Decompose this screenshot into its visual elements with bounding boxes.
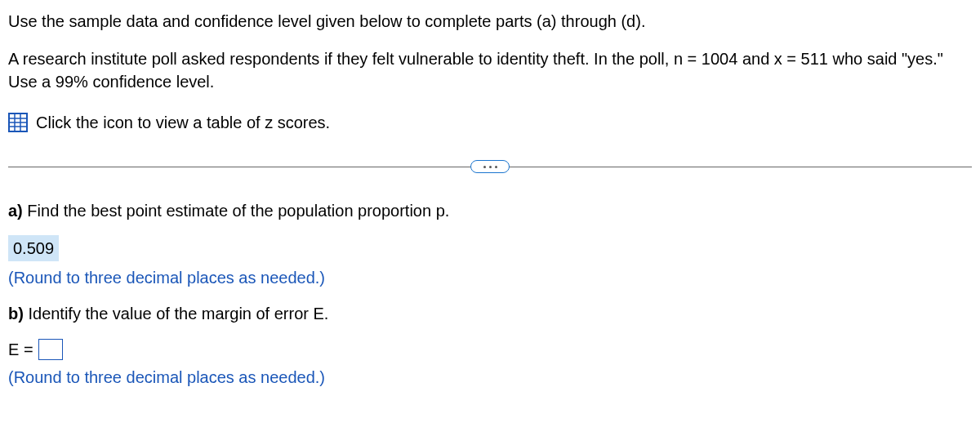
part-a-question: a) Find the best point estimate of the p… [8,199,972,222]
table-icon [8,113,28,132]
z-table-link-row[interactable]: Click the icon to view a table of z scor… [8,111,972,134]
part-b-question: b) Identify the value of the margin of e… [8,302,972,325]
part-b-label: b) [8,305,24,323]
context-text: A research institute poll asked responde… [8,47,972,93]
part-b-answer-input[interactable] [38,339,63,360]
section-divider [8,158,972,175]
instruction-text: Use the sample data and confidence level… [8,10,972,33]
part-a-label: a) [8,202,23,220]
part-a-text: Find the best point estimate of the popu… [23,202,450,220]
z-table-link-text: Click the icon to view a table of z scor… [36,111,330,134]
part-b-eq-label: E = [8,338,33,361]
part-b-hint: (Round to three decimal places as needed… [8,366,972,389]
part-b-equation-row: E = [8,338,972,361]
part-a-hint: (Round to three decimal places as needed… [8,266,972,289]
expand-ellipsis-button[interactable] [470,160,510,173]
part-a-answer-input[interactable]: 0.509 [8,235,59,261]
part-b-text: Identify the value of the margin of erro… [24,305,329,323]
